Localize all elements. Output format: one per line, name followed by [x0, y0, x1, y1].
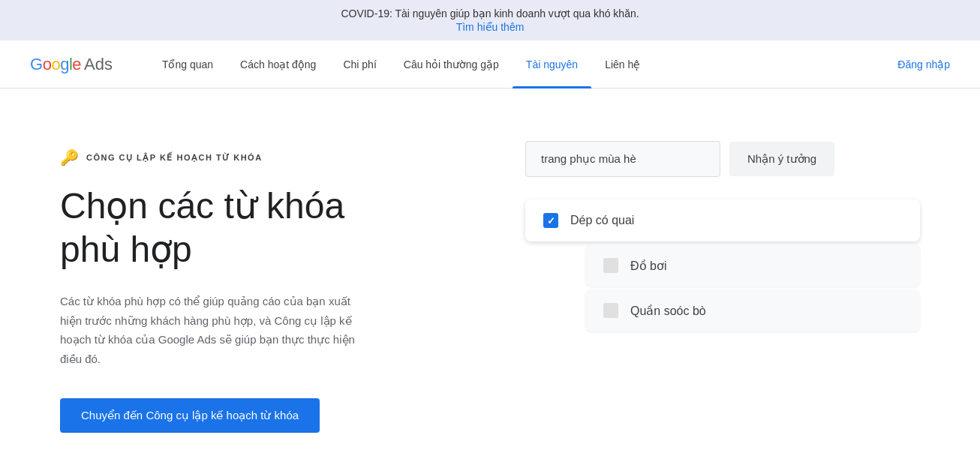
header: Google Ads Tổng quan Cách hoạt động Chi … [0, 40, 980, 88]
tool-icon: 🔑 [60, 148, 79, 166]
nav-item-cachhd[interactable]: Cách hoạt động [227, 40, 329, 88]
heading-line2: phù hợp [60, 230, 192, 269]
main-nav: Tổng quan Cách hoạt động Chi phí Câu hỏi… [149, 40, 897, 88]
checkbox-checked-0 [543, 213, 558, 228]
covid-banner: COVID-19: Tài nguyên giúp bạn kinh doanh… [0, 0, 980, 40]
right-panel: trang phục mùa hè Nhận ý tưởng Dép có qu… [465, 134, 920, 433]
checkbox-unchecked-1 [603, 258, 618, 273]
keyword-card-0[interactable]: Dép có quai [525, 200, 920, 242]
tool-label-area: 🔑 CÔNG CỤ LẬP KẾ HOẠCH TỪ KHÓA [60, 148, 465, 166]
tool-label-text: CÔNG CỤ LẬP KẾ HOẠCH TỪ KHÓA [86, 153, 263, 163]
nav-item-tongquan[interactable]: Tổng quan [149, 40, 227, 88]
search-bar-area: trang phục mùa hè Nhận ý tưởng [525, 141, 920, 177]
banner-text: COVID-19: Tài nguyên giúp bạn kinh doanh… [341, 8, 639, 20]
nav-item-lienhe[interactable]: Liên hệ [591, 40, 654, 88]
nav-item-cauhoi[interactable]: Câu hỏi thường gặp [390, 40, 513, 88]
checkbox-unchecked-2 [603, 303, 618, 318]
keyword-card-1[interactable]: Đồ bơi [585, 244, 920, 286]
main-description: Các từ khóa phù hợp có thể giúp quảng cá… [60, 292, 375, 368]
nav-item-chiphi[interactable]: Chi phí [329, 40, 389, 88]
cta-button[interactable]: Chuyển đến Công cụ lập kế hoạch từ khóa [60, 398, 320, 433]
main-heading: Chọn các từ khóa phù hợp [60, 184, 465, 271]
logo-ads-text: Ads [84, 55, 113, 74]
keyword-card-2[interactable]: Quần soóc bò [585, 290, 920, 332]
keyword-label-2: Quần soóc bò [630, 304, 706, 318]
left-panel: 🔑 CÔNG CỤ LẬP KẾ HOẠCH TỪ KHÓA Chọn các … [60, 134, 465, 433]
heading-line1: Chọn các từ khóa [60, 186, 344, 226]
banner-link[interactable]: Tìm hiểu thêm [15, 21, 965, 33]
logo-google-text: Google [30, 55, 81, 74]
get-ideas-button[interactable]: Nhận ý tưởng [729, 142, 834, 176]
keyword-cards: Dép có quai Đồ bơi Quần soóc bò [525, 200, 920, 334]
search-input[interactable]: trang phục mùa hè [525, 141, 720, 177]
nav-item-tainguyen[interactable]: Tài nguyên [513, 40, 591, 88]
keyword-label-1: Đồ bơi [630, 259, 666, 273]
login-link[interactable]: Đăng nhập [897, 58, 950, 70]
logo[interactable]: Google Ads [30, 55, 113, 74]
keyword-label-0: Dép có quai [570, 214, 634, 227]
main-content: 🔑 CÔNG CỤ LẬP KẾ HOẠCH TỪ KHÓA Chọn các … [0, 88, 980, 463]
